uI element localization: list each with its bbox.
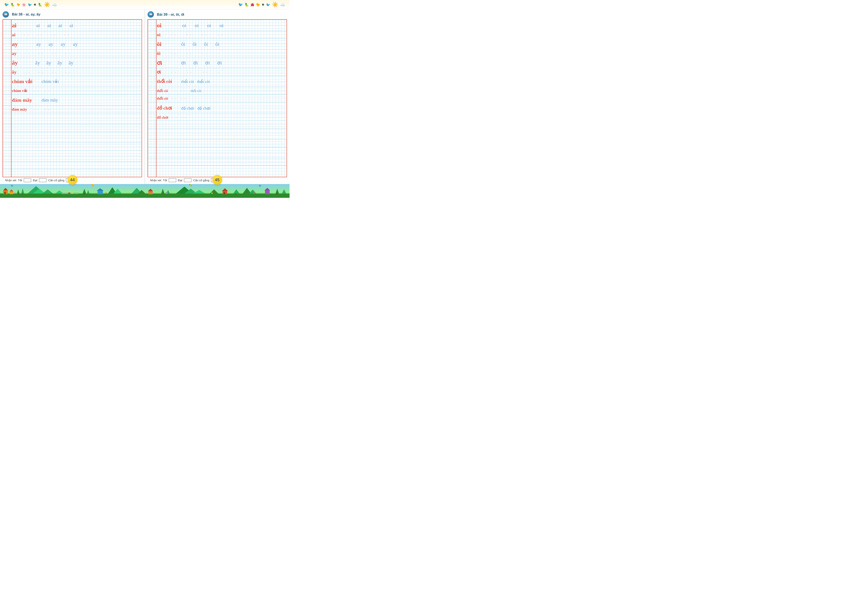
row-oi-horn-1: ơi ơi ơi ơi ơi [157, 58, 286, 68]
word-ay-hat-small: ây [12, 70, 16, 75]
right-text-area: oi oi oi oi oi oi · · · · · · · · [157, 20, 286, 177]
word-thoi-coi-small-blue: thổi còi [191, 89, 201, 93]
svg-rect-5 [10, 191, 13, 194]
left-page-title: 📖 Bài 38 - ai, ay, ây [3, 11, 142, 18]
bird-icon-2: 🦜 [10, 3, 15, 7]
word-dam-may-red: đám mây [12, 97, 37, 103]
word-do-choi-blue-2: đồ chơi [197, 106, 210, 111]
svg-text:🚌: 🚌 [165, 191, 168, 194]
word-oi-hat-blue-3: ôi [204, 41, 208, 47]
row-oi-hat-1: ôi ôi ôi ôi ôi [157, 39, 286, 49]
row-thoi-coi-2: thổi còi · · · · thổi còi [157, 87, 286, 94]
word-oi-blue-3: oi [207, 23, 211, 28]
right-grid: oi oi oi oi oi oi · · · · · · · · [148, 19, 287, 177]
dots-7: · · [52, 52, 57, 55]
tot-box-right[interactable] [169, 178, 176, 182]
nhan-xet-label-left: Nhận xét [5, 179, 16, 182]
row-chum-vai-2: chùm vải · · · · [12, 87, 142, 94]
bird-icon-1: 🐦 [4, 2, 9, 7]
right-title-text: Bài 39 - oi, ôi, ơi [157, 12, 184, 17]
row-ay-hat-2: ây · · · · · · · · [12, 68, 142, 76]
dots-16: · · [45, 108, 50, 111]
row-thoi-coi-3: thổi còi · · · · [157, 95, 286, 102]
word-ay-hat-blue-4: ây [69, 60, 74, 66]
word-ai-small: ai [12, 32, 15, 37]
svg-text:🚗: 🚗 [68, 191, 71, 194]
word-dam-may-small: đám mây [12, 107, 27, 112]
row-do-choi-1: đồ chơi đồ chơi đồ chơi [157, 103, 286, 114]
row-dam-may-1: đám mây đám mây [12, 95, 142, 105]
dots-8: · · [65, 52, 71, 55]
right-decorations: 🐦 🦜 🌺 🐤 ❋ 🐦 ☀️ ☁️ [238, 2, 285, 7]
full-page: 🐦 🦜 🐤 🌸 🐦 ❋ 🦜 ☀️ ☁️ 🐦 🦜 🌺 🐤 ❋ 🐦 ☀️ ☁️ [0, 0, 289, 198]
svg-point-47 [71, 192, 73, 194]
rdots-3: · · [202, 33, 207, 37]
dots-3: · · [51, 33, 56, 37]
dots-9: · · [25, 70, 30, 74]
word-ay-blue-4: ay [73, 41, 78, 47]
svg-point-49 [152, 192, 153, 194]
word-oi-horn-blue-1: ơi [181, 60, 186, 66]
right-page-title: 📖 Bài 39 - oi, ôi, ơi [148, 11, 287, 18]
flower-icon-1: 🌸 [22, 3, 26, 7]
row-ai-2: ai · · · · · · · · [12, 31, 142, 38]
word-thoi-coi-red: thổi còi [157, 79, 178, 84]
row-ai-1: ai ai ai ai ai [12, 20, 142, 31]
dat-box-left[interactable] [39, 178, 46, 182]
page-number-right: 45 [213, 175, 222, 185]
bird-icon-8: 🐤 [256, 3, 260, 7]
rdots-1: · · [171, 33, 176, 37]
dots-5: · · [25, 52, 30, 55]
word-ay-hat-red: ây [12, 59, 29, 66]
row-oi-2: oi · · · · · · · · [157, 31, 286, 38]
rdots-10: · · [187, 70, 192, 74]
row-oi-hat-2: ôi · · · · · · · [157, 50, 286, 57]
can-co-gang-label-left: Cần cố gắng [48, 179, 64, 182]
rdots-16: · · [182, 97, 186, 100]
rdots-13: · · [172, 89, 177, 92]
word-oi-hat-blue-4: ôi [216, 41, 219, 47]
word-oi-hat-red: ôi [157, 41, 174, 47]
page-left: 📖 Bài 38 - ai, ay, ây [0, 10, 145, 184]
nhan-xet-label-right: Nhận xét [150, 179, 161, 182]
left-red-bar-right [156, 20, 156, 177]
dots-2: · · [37, 33, 43, 37]
word-ai-blue-4: ai [69, 23, 73, 28]
rdots-12: · [218, 70, 220, 74]
word-ai-blue-3: ai [59, 23, 62, 28]
page-right: 📖 Bài 39 - oi, ôi, ơi [145, 10, 289, 184]
svg-rect-41 [265, 191, 270, 194]
flower-icon-2: ❋ [34, 3, 36, 6]
row-oi-1: oi oi oi oi oi [157, 20, 286, 31]
svg-rect-17 [84, 193, 85, 194]
tot-box-left[interactable] [24, 178, 31, 182]
word-ay-blue-1: ay [36, 41, 41, 47]
word-ai-blue-1: ai [36, 23, 40, 28]
word-thoi-coi-small-2: thổi còi [157, 96, 168, 101]
svg-text:🦜: 🦜 [189, 184, 192, 186]
word-oi-hat-blue-2: ôi [193, 41, 197, 47]
row-do-choi-2: đồ chơi · · · · [157, 114, 286, 121]
tot-label-right: Tốt [163, 179, 167, 182]
dat-box-right[interactable] [184, 178, 191, 182]
bird-icon-3: 🐤 [16, 3, 20, 6]
row-chum-vai-1: chùm vải chùm vải [12, 76, 142, 87]
rdots-6: · · [187, 52, 192, 55]
svg-rect-10 [22, 193, 23, 194]
dots-11: · · [52, 70, 57, 74]
bottom-landscape: 🐦 🐤 🦜 🐦 🚗 🚌 [0, 184, 289, 198]
word-oi-blue-2: oi [195, 23, 199, 28]
word-ay-blue-3: ay [61, 41, 65, 47]
left-red-bar-left [11, 20, 12, 177]
landscape-svg: 🐦 🐤 🦜 🐦 🚗 🚌 [0, 184, 289, 198]
row-oi-horn-2: ơi · · · · · · · [157, 68, 286, 76]
word-oi-small: oi [157, 32, 161, 37]
tot-label-left: Tốt [18, 179, 22, 182]
word-oi-red: oi [157, 22, 174, 29]
dots-4: · · [65, 33, 69, 37]
bird-icon-7: 🦜 [245, 3, 249, 7]
word-ai-blue-2: ai [47, 23, 51, 28]
word-chum-vai-small: chùm vải [12, 89, 27, 93]
left-lesson-badge: 📖 [3, 11, 9, 18]
word-chum-vai-red: chùm vải [12, 78, 37, 84]
